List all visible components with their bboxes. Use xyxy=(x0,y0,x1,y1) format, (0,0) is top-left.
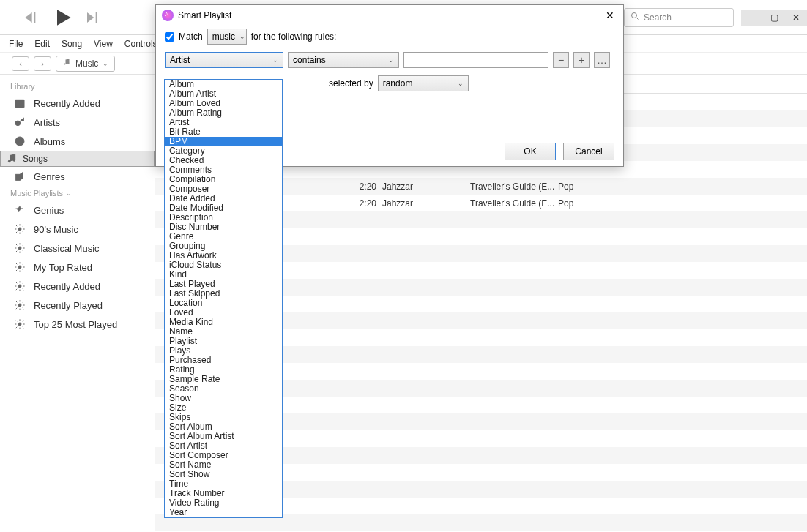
remove-rule-button[interactable]: − xyxy=(553,52,569,68)
dropdown-option[interactable]: Year xyxy=(165,508,282,517)
search-icon xyxy=(631,12,639,23)
svg-point-17 xyxy=(18,323,21,326)
sidebar-playlist-90-s-music[interactable]: 90's Music xyxy=(0,220,155,239)
selected-by-label: selected by xyxy=(329,78,373,89)
sidebar-header-playlists[interactable]: Music Playlists ⌄ xyxy=(0,186,155,201)
minimize-button[interactable]: — xyxy=(741,10,763,26)
svg-rect-4 xyxy=(15,100,24,108)
rule-field-select[interactable]: Artist⌄ xyxy=(165,52,283,68)
media-type-select[interactable]: Music ⌄ xyxy=(56,56,115,72)
cell-time: 2:20 xyxy=(338,198,382,209)
sidebar-icon xyxy=(13,135,26,148)
chevron-down-icon: ⌄ xyxy=(272,56,278,64)
sidebar-playlist-classical-music[interactable]: Classical Music xyxy=(0,239,155,258)
gear-icon xyxy=(13,280,26,293)
svg-point-13 xyxy=(18,247,21,250)
menu-edit[interactable]: Edit xyxy=(34,39,50,49)
chevron-down-icon: ⌄ xyxy=(458,80,464,87)
media-type-label: Music xyxy=(75,59,98,69)
chevron-down-icon: ⌄ xyxy=(103,60,108,67)
dialog-close-button[interactable]: ✕ xyxy=(603,8,617,23)
sidebar-playlist-genius[interactable]: Genius xyxy=(0,201,155,220)
cell-artist: Jahzzar xyxy=(382,198,470,209)
cell-time: 2:20 xyxy=(338,181,382,192)
sidebar-item-label: Albums xyxy=(34,136,65,147)
cell-album: Traveller's Guide (E... xyxy=(470,198,558,209)
svg-point-6 xyxy=(15,121,21,126)
svg-point-15 xyxy=(18,285,21,288)
close-button[interactable]: ✕ xyxy=(785,10,807,26)
match-label: Match xyxy=(179,31,203,42)
sidebar-icon xyxy=(13,116,26,129)
maximize-button[interactable]: ▢ xyxy=(763,10,785,26)
sidebar-item-label: Classical Music xyxy=(34,243,100,254)
gear-icon xyxy=(13,241,26,255)
play-icon[interactable] xyxy=(51,6,75,29)
search-placeholder: Search xyxy=(644,12,672,23)
sidebar-item-label: Genres xyxy=(34,171,65,182)
cell-genre: Pop xyxy=(558,181,617,192)
svg-point-14 xyxy=(18,266,21,269)
genius-icon xyxy=(13,203,26,217)
sidebar-playlist-top-25-most-played[interactable]: Top 25 Most Played xyxy=(0,315,155,334)
sidebar-header-library: Library xyxy=(0,79,155,94)
sidebar-item-label: Artists xyxy=(34,117,60,128)
following-rules-label: for the following rules: xyxy=(251,31,337,42)
gear-icon xyxy=(13,299,26,312)
menu-file[interactable]: File xyxy=(9,39,23,49)
sidebar-icon xyxy=(13,97,26,110)
svg-point-9 xyxy=(8,160,10,162)
rule-operator-select[interactable]: contains⌄ xyxy=(288,52,399,68)
chevron-down-icon: ⌄ xyxy=(66,190,72,197)
cell-genre: Pop xyxy=(558,198,617,209)
menu-view[interactable]: View xyxy=(94,39,113,49)
menu-song[interactable]: Song xyxy=(62,39,82,49)
sidebar-item-label: Recently Added xyxy=(34,281,100,292)
sidebar-item-label: 90's Music xyxy=(34,224,78,235)
nav-forward-button[interactable]: › xyxy=(34,56,51,71)
cancel-button[interactable]: Cancel xyxy=(563,143,614,160)
search-field[interactable]: Search xyxy=(624,8,734,27)
menu-controls[interactable]: Controls xyxy=(124,39,157,49)
svg-line-1 xyxy=(636,18,639,20)
sidebar-playlist-recently-played[interactable]: Recently Played xyxy=(0,296,155,315)
add-rule-button[interactable]: + xyxy=(573,52,590,68)
gear-icon xyxy=(13,261,26,274)
svg-point-10 xyxy=(13,160,15,162)
sidebar-item-genres[interactable]: Genres xyxy=(0,167,155,186)
sidebar-item-albums[interactable]: Albums xyxy=(0,132,155,151)
sidebar-item-recently-added[interactable]: Recently Added xyxy=(0,94,155,113)
svg-point-2 xyxy=(64,64,66,65)
cell-artist: Jahzzar xyxy=(382,181,470,192)
gear-icon xyxy=(13,318,26,331)
sidebar-item-label: Recently Added xyxy=(34,98,100,109)
next-track-icon[interactable] xyxy=(82,7,103,28)
sidebar-playlist-recently-added[interactable]: Recently Added xyxy=(0,277,155,296)
prev-track-icon[interactable] xyxy=(23,7,44,28)
svg-point-12 xyxy=(18,228,21,231)
sidebar-item-label: My Top Rated xyxy=(34,262,92,273)
sidebar-item-label: Genius xyxy=(34,205,64,216)
rule-field-dropdown[interactable]: AlbumAlbum ArtistAlbum LovedAlbum Rating… xyxy=(164,79,283,518)
match-checkbox[interactable] xyxy=(165,32,174,42)
gear-icon xyxy=(13,222,26,236)
nav-back-button[interactable]: ‹ xyxy=(12,56,29,71)
sidebar-icon xyxy=(13,170,26,183)
rule-value-input[interactable] xyxy=(404,52,548,68)
selected-by-select[interactable]: random⌄ xyxy=(378,75,469,91)
rule-options-button[interactable]: … xyxy=(594,52,610,68)
ok-button[interactable]: OK xyxy=(505,143,556,160)
sidebar-item-label: Songs xyxy=(23,154,48,164)
cell-album: Traveller's Guide (E... xyxy=(470,181,558,192)
svg-point-3 xyxy=(68,63,70,64)
sidebar-item-label: Top 25 Most Played xyxy=(34,319,117,330)
sidebar-icon xyxy=(5,152,18,165)
sidebar-item-artists[interactable]: Artists xyxy=(0,113,155,132)
svg-rect-11 xyxy=(16,174,20,180)
match-type-select[interactable]: music⌄ xyxy=(207,29,247,45)
svg-point-8 xyxy=(19,141,21,143)
chevron-down-icon: ⌄ xyxy=(388,56,394,64)
sidebar-item-songs[interactable]: Songs xyxy=(0,151,155,167)
sidebar: Library Recently AddedArtistsAlbumsSongs… xyxy=(0,75,155,532)
sidebar-playlist-my-top-rated[interactable]: My Top Rated xyxy=(0,258,155,277)
